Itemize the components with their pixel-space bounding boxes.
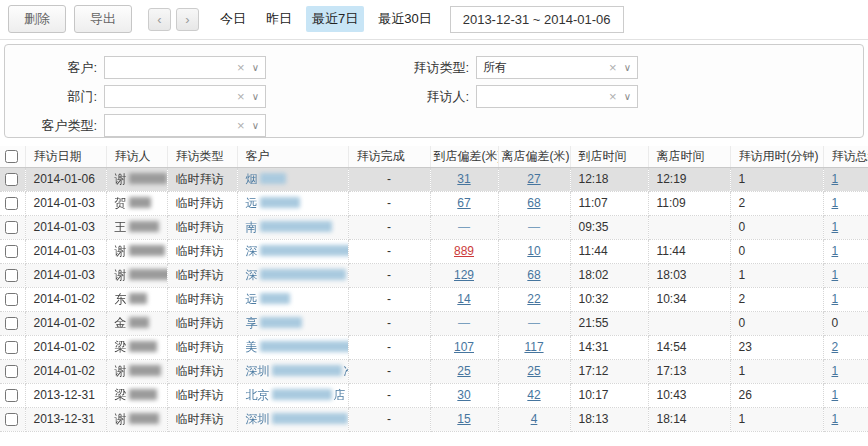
table-row[interactable]: 2014-01-03王临时拜访南-——09:3501 [0, 215, 868, 239]
arrival-deviation-link[interactable]: 107 [454, 340, 474, 354]
next-arrow-button[interactable]: › [176, 8, 199, 31]
column-header-11: 拜访总结 [823, 146, 868, 167]
summary-link[interactable]: 1 [832, 172, 839, 186]
range-tab-today[interactable]: 今日 [214, 6, 252, 32]
customer-name-masked[interactable]: 深圳销 [246, 412, 349, 426]
departure-time-cell: 18:03 [648, 263, 730, 287]
row-select-cell [0, 191, 25, 215]
row-checkbox[interactable] [5, 269, 18, 282]
departure-time-cell: 17:13 [648, 359, 730, 383]
table-row[interactable]: 2014-01-02梁临时拜访美么-10711714:3114:54232 [0, 335, 868, 359]
departure-deviation-link[interactable]: 25 [527, 364, 540, 378]
customer-name-masked[interactable]: 烟 [246, 172, 288, 186]
arrival-deviation-link[interactable]: 25 [457, 364, 470, 378]
departure-deviation-cell: 68 [498, 191, 570, 215]
toolbar: 删除 导出 ‹ › 今日 昨日 最近7日 最近30日 2013-12-31 ~ … [0, 0, 868, 40]
table-row[interactable]: 2014-01-02东临时拜访远-142210:3210:3421 [0, 287, 868, 311]
date-range-picker[interactable]: 2013-12-31 ~ 2014-01-06 [450, 6, 624, 33]
summary-link[interactable]: 1 [832, 388, 839, 402]
table-row[interactable]: 2014-01-06谢临时拜访烟-312712:1812:1911 [0, 167, 868, 191]
filter-select-department[interactable]: ×∨ [104, 85, 266, 108]
departure-deviation-link[interactable]: 117 [524, 340, 543, 354]
departure-deviation-link[interactable]: 68 [527, 268, 540, 282]
row-checkbox[interactable] [5, 173, 18, 186]
chevron-down-icon[interactable]: ∨ [624, 62, 631, 73]
row-checkbox[interactable] [5, 197, 18, 210]
filter-select-customer[interactable]: ×∨ [104, 56, 266, 79]
clear-icon[interactable]: × [237, 89, 245, 104]
arrival-deviation-link[interactable]: 129 [454, 268, 474, 282]
customer-name-masked[interactable]: 深送 [246, 268, 349, 282]
summary-link[interactable]: 1 [832, 268, 839, 282]
customer-name-masked[interactable]: 享 [246, 316, 304, 330]
arrival-deviation-link[interactable]: 67 [457, 196, 470, 210]
customer-name-masked[interactable]: 美么 [246, 340, 349, 354]
summary-link[interactable]: 1 [832, 412, 839, 426]
row-checkbox[interactable] [5, 293, 18, 306]
arrival-deviation-link[interactable]: 15 [457, 412, 470, 426]
clear-icon[interactable]: × [237, 60, 245, 75]
clear-icon[interactable]: × [609, 89, 617, 104]
arrival-time-cell: 11:07 [570, 191, 648, 215]
chevron-down-icon[interactable]: ∨ [252, 62, 259, 73]
customer-name-masked[interactable]: 深圳准 [246, 364, 349, 378]
row-checkbox[interactable] [5, 317, 18, 330]
clear-icon[interactable]: × [237, 118, 245, 133]
summary-link[interactable]: 1 [832, 364, 839, 378]
row-checkbox[interactable] [5, 341, 18, 354]
table-row[interactable]: 2013-12-31谢临时拜访深圳销-15418:1318:1411 [0, 407, 868, 431]
duration-cell: 2 [730, 287, 823, 311]
prev-arrow-button[interactable]: ‹ [148, 8, 171, 31]
customer-name-masked[interactable]: 深 [246, 244, 349, 258]
summary-link[interactable]: 1 [832, 244, 839, 258]
row-checkbox[interactable] [5, 413, 18, 426]
arrival-deviation-link[interactable]: 14 [457, 292, 470, 306]
departure-deviation-link[interactable]: 27 [527, 172, 540, 186]
summary-link[interactable]: 2 [832, 340, 839, 354]
customer-name-masked[interactable]: 远 [246, 292, 292, 306]
chevron-down-icon[interactable]: ∨ [624, 91, 631, 102]
arrival-deviation-link[interactable]: 889 [454, 244, 474, 258]
table-row[interactable]: 2014-01-02金临时拜访享-——21:5500 [0, 311, 868, 335]
summary-link[interactable]: 1 [832, 292, 839, 306]
range-tab-last30days[interactable]: 最近30日 [372, 6, 437, 32]
visitor-name-masked: 谢 [115, 268, 127, 282]
chevron-down-icon[interactable]: ∨ [252, 91, 259, 102]
chevron-down-icon[interactable]: ∨ [252, 120, 259, 131]
summary-link[interactable]: 1 [832, 220, 839, 234]
table-row[interactable]: 2014-01-02谢临时拜访深圳准-252517:1217:1311 [0, 359, 868, 383]
table-row[interactable]: 2014-01-03贺临时拜访远-676811:0711:0921 [0, 191, 868, 215]
row-checkbox[interactable] [5, 365, 18, 378]
customer-name-masked[interactable]: 远 [246, 196, 302, 210]
arrival-deviation-link[interactable]: 31 [457, 172, 470, 186]
row-checkbox[interactable] [5, 221, 18, 234]
departure-deviation-link[interactable]: 4 [531, 412, 538, 426]
column-header-9: 离店时间 [648, 146, 730, 167]
filter-select-customer-type[interactable]: ×∨ [104, 114, 266, 137]
clear-icon[interactable]: × [609, 60, 617, 75]
row-checkbox[interactable] [5, 245, 18, 258]
departure-deviation-link[interactable]: 42 [527, 388, 540, 402]
filter-select-visitor[interactable]: ×∨ [476, 85, 638, 108]
row-checkbox[interactable] [5, 389, 18, 402]
filter-select-visit-type[interactable]: 所有×∨ [476, 56, 638, 79]
summary-link[interactable]: 1 [832, 196, 839, 210]
range-tab-last7days[interactable]: 最近7日 [306, 6, 364, 32]
arrival-deviation-link[interactable]: 30 [457, 388, 470, 402]
table-row[interactable]: 2013-12-31梁临时拜访北京店-304210:1710:43261 [0, 383, 868, 407]
duration-cell: 1 [730, 407, 823, 431]
select-all-checkbox[interactable] [5, 150, 18, 163]
table-row[interactable]: 2014-01-03谢临时拜访深-8891011:4411:4401 [0, 239, 868, 263]
departure-time-cell: 10:34 [648, 287, 730, 311]
range-tab-yesterday[interactable]: 昨日 [260, 6, 298, 32]
departure-deviation-link[interactable]: 22 [527, 292, 540, 306]
departure-deviation-link[interactable]: 10 [527, 244, 540, 258]
table-row[interactable]: 2014-01-03谢临时拜访深送-1296818:0218:0311 [0, 263, 868, 287]
delete-button[interactable]: 删除 [8, 5, 66, 33]
export-button[interactable]: 导出 [74, 5, 132, 33]
customer-name-masked[interactable]: 北京店 [246, 388, 346, 402]
arrival-deviation-dash: — [458, 316, 470, 330]
arrival-deviation-cell: 67 [430, 191, 498, 215]
departure-deviation-link[interactable]: 68 [527, 196, 540, 210]
customer-name-masked[interactable]: 南 [246, 220, 334, 234]
